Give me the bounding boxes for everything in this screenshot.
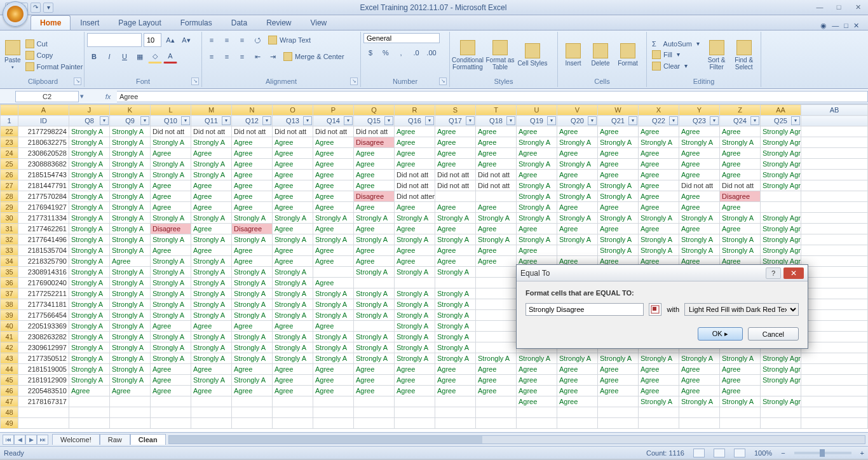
cell[interactable]: 2178167317 bbox=[18, 396, 69, 407]
cell[interactable]: Strongly A bbox=[313, 310, 354, 321]
cell[interactable]: Agree bbox=[110, 256, 151, 267]
cell[interactable] bbox=[69, 396, 110, 407]
column-letter[interactable]: R bbox=[395, 105, 435, 116]
cell[interactable]: Agree bbox=[598, 224, 639, 234]
cell[interactable]: Did not att bbox=[232, 126, 273, 137]
cell[interactable]: Strongly A bbox=[110, 342, 151, 353]
cell[interactable]: Agree bbox=[395, 159, 435, 170]
cell[interactable]: Strongly A bbox=[110, 321, 151, 332]
cell[interactable] bbox=[232, 396, 273, 407]
cell[interactable]: Agree bbox=[232, 148, 273, 159]
cell[interactable]: Did not att bbox=[273, 126, 313, 137]
increase-indent-icon[interactable]: ⇥ bbox=[266, 50, 280, 64]
grow-font-icon[interactable]: A▴ bbox=[163, 33, 177, 47]
cell[interactable]: Agree bbox=[476, 224, 517, 234]
cell[interactable]: Agree bbox=[273, 191, 313, 202]
zoom-slider[interactable] bbox=[794, 452, 851, 454]
cell[interactable] bbox=[476, 396, 517, 407]
cell[interactable]: Agree bbox=[313, 364, 354, 375]
cell[interactable]: Agree bbox=[313, 191, 354, 202]
cell[interactable]: Strongly A bbox=[110, 213, 151, 224]
cell[interactable]: Strongly A bbox=[69, 126, 110, 137]
cell[interactable]: Agree bbox=[639, 202, 679, 213]
cell[interactable]: Strongly Agree bbox=[761, 353, 801, 364]
cell[interactable]: Strongly A bbox=[69, 191, 110, 202]
cell[interactable] bbox=[761, 202, 801, 213]
cell[interactable]: 2177641496 bbox=[18, 234, 69, 245]
filter-button[interactable]: ▾ bbox=[588, 116, 597, 125]
cell[interactable]: 2309612997 bbox=[18, 342, 69, 353]
merge-center-button[interactable]: Merge & Center bbox=[281, 50, 347, 64]
row-header[interactable]: 37 bbox=[1, 288, 18, 299]
column-letter[interactable]: Q bbox=[354, 105, 395, 116]
cell[interactable]: Agree bbox=[517, 126, 557, 137]
cell[interactable] bbox=[476, 191, 517, 202]
cell[interactable]: Strongly A bbox=[313, 353, 354, 364]
cell[interactable]: Strongly A bbox=[191, 332, 232, 342]
row-header[interactable]: 29 bbox=[1, 202, 18, 213]
italic-button[interactable]: I bbox=[102, 50, 116, 64]
tab-insert[interactable]: Insert bbox=[71, 15, 109, 30]
cell[interactable]: 2308263282 bbox=[18, 332, 69, 342]
tab-formulas[interactable]: Formulas bbox=[171, 15, 222, 30]
cell[interactable]: 2181519005 bbox=[18, 364, 69, 375]
cell[interactable]: Strongly A bbox=[639, 245, 679, 256]
cell[interactable]: 2177298224 bbox=[18, 126, 69, 137]
tab-review[interactable]: Review bbox=[257, 15, 301, 30]
cell[interactable]: Strongly A bbox=[191, 170, 232, 180]
filter-button[interactable]: ▾ bbox=[222, 116, 231, 125]
cell[interactable]: Strongly A bbox=[69, 353, 110, 364]
autosum-button[interactable]: Σ AutoSum ▾ bbox=[649, 39, 702, 48]
cell[interactable]: Agree bbox=[232, 137, 273, 148]
cell[interactable]: Agree bbox=[679, 202, 720, 213]
align-left-icon[interactable]: ≡ bbox=[205, 50, 219, 64]
cell[interactable]: Strongly A bbox=[720, 396, 761, 407]
cell[interactable] bbox=[761, 407, 801, 418]
column-letter[interactable]: Z bbox=[720, 105, 761, 116]
tab-page-layout[interactable]: Page Layout bbox=[109, 15, 170, 30]
cell[interactable]: Strongly Agree bbox=[761, 375, 801, 386]
cell[interactable]: Strongly A bbox=[720, 137, 761, 148]
cell[interactable]: Agree bbox=[151, 191, 191, 202]
column-header[interactable]: Q17▾ bbox=[435, 116, 476, 126]
cell[interactable]: Strongly A bbox=[151, 137, 191, 148]
cell[interactable]: Agree bbox=[232, 202, 273, 213]
cell[interactable]: Agree bbox=[151, 364, 191, 375]
cell[interactable]: Agree bbox=[557, 396, 598, 407]
cell[interactable]: Strongly A bbox=[110, 126, 151, 137]
cell[interactable]: Strongly A bbox=[435, 310, 476, 321]
cell[interactable]: Strongly A bbox=[354, 353, 395, 364]
cell[interactable]: Agree bbox=[110, 386, 151, 396]
cell[interactable]: Did not attend bbox=[395, 191, 435, 202]
cell[interactable]: Strongly Agree bbox=[761, 148, 801, 159]
cell[interactable]: Strongly A bbox=[69, 375, 110, 386]
cell[interactable]: Agree bbox=[273, 180, 313, 191]
column-letter[interactable]: P bbox=[313, 105, 354, 116]
cell[interactable]: Strongly Agree bbox=[761, 396, 801, 407]
cell[interactable]: Strongly A bbox=[69, 321, 110, 332]
cell[interactable]: Strongly A bbox=[191, 267, 232, 278]
cell[interactable]: Strongly Agree bbox=[761, 245, 801, 256]
cell[interactable]: 2181535704 bbox=[18, 245, 69, 256]
cell[interactable]: Did not att bbox=[313, 126, 354, 137]
cell[interactable]: Strongly A bbox=[110, 202, 151, 213]
cell[interactable]: Strongly A bbox=[517, 213, 557, 224]
cell[interactable] bbox=[476, 299, 517, 310]
cell[interactable]: Strongly A bbox=[273, 310, 313, 321]
filter-button[interactable]: ▾ bbox=[181, 116, 190, 125]
filter-button[interactable]: ▾ bbox=[262, 116, 271, 125]
cell[interactable] bbox=[110, 418, 151, 429]
cell[interactable]: Agree bbox=[354, 224, 395, 234]
cell[interactable]: Agree bbox=[354, 375, 395, 386]
column-header[interactable]: Q20▾ bbox=[557, 116, 598, 126]
cell[interactable] bbox=[69, 407, 110, 418]
cell[interactable]: Agree bbox=[598, 159, 639, 170]
cell[interactable] bbox=[273, 407, 313, 418]
cell[interactable]: Strongly A bbox=[598, 180, 639, 191]
cell[interactable]: Agree bbox=[232, 321, 273, 332]
cell[interactable]: Strongly A bbox=[110, 375, 151, 386]
decrease-indent-icon[interactable]: ⇤ bbox=[250, 50, 264, 64]
cell[interactable]: Strongly A bbox=[110, 278, 151, 288]
cell[interactable]: Agree bbox=[720, 364, 761, 375]
cell[interactable]: Strongly A bbox=[151, 267, 191, 278]
